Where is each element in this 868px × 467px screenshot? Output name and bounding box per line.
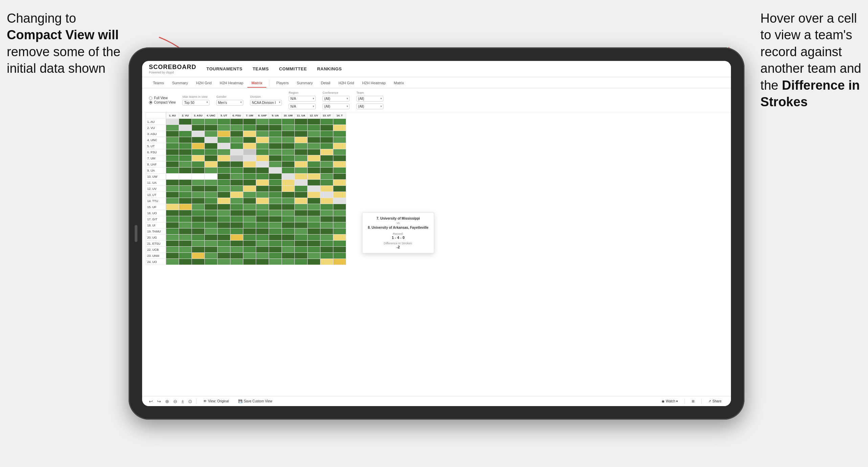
- matrix-cell[interactable]: [179, 149, 192, 155]
- matrix-cell[interactable]: [166, 168, 179, 174]
- filter-conference-select2[interactable]: (All): [322, 104, 350, 109]
- matrix-cell[interactable]: [308, 247, 320, 253]
- matrix-cell[interactable]: [295, 247, 308, 253]
- matrix-cell[interactable]: [333, 131, 346, 137]
- matrix-cell[interactable]: [230, 155, 243, 161]
- matrix-cell[interactable]: [295, 174, 308, 180]
- matrix-cell[interactable]: [308, 155, 320, 161]
- matrix-cell[interactable]: [333, 161, 346, 168]
- matrix-cell[interactable]: [243, 143, 256, 149]
- matrix-cell[interactable]: [282, 192, 295, 198]
- matrix-cell[interactable]: [205, 143, 218, 149]
- matrix-cell[interactable]: [218, 180, 230, 186]
- matrix-cell[interactable]: [192, 143, 205, 149]
- matrix-cell[interactable]: [320, 210, 333, 216]
- matrix-cell[interactable]: [269, 161, 282, 168]
- matrix-cell[interactable]: [179, 137, 192, 143]
- matrix-cell[interactable]: [243, 247, 256, 253]
- matrix-cell[interactable]: [256, 186, 269, 192]
- matrix-cell[interactable]: [269, 143, 282, 149]
- matrix-cell[interactable]: [192, 259, 205, 265]
- full-view-radio[interactable]: Full View: [149, 96, 176, 100]
- matrix-cell[interactable]: [295, 192, 308, 198]
- matrix-cell[interactable]: [256, 241, 269, 247]
- matrix-cell[interactable]: [218, 174, 230, 180]
- matrix-cell[interactable]: [166, 228, 179, 235]
- matrix-cell[interactable]: [205, 137, 218, 143]
- matrix-cell[interactable]: [243, 204, 256, 210]
- matrix-cell[interactable]: [179, 192, 192, 198]
- matrix-cell[interactable]: [256, 131, 269, 137]
- matrix-cell[interactable]: [320, 216, 333, 222]
- matrix-cell[interactable]: [243, 131, 256, 137]
- matrix-cell[interactable]: [269, 235, 282, 241]
- matrix-cell[interactable]: [192, 155, 205, 161]
- matrix-cell[interactable]: [166, 143, 179, 149]
- filter-team-select2[interactable]: (All): [356, 104, 383, 109]
- save-custom-view-button[interactable]: 💾 Save Custom View: [236, 398, 275, 404]
- matrix-cell[interactable]: [192, 198, 205, 204]
- matrix-cell[interactable]: [333, 228, 346, 235]
- matrix-cell[interactable]: [269, 155, 282, 161]
- matrix-cell[interactable]: [320, 168, 333, 174]
- matrix-cell[interactable]: [320, 180, 333, 186]
- matrix-cell[interactable]: [243, 137, 256, 143]
- matrix-cell[interactable]: [179, 119, 192, 125]
- filter-region-select2[interactable]: N/A: [289, 104, 316, 109]
- matrix-wrapper[interactable]: 1. AU 2. VU 3. ASU 4. UNC 5. UT 6. FSU 7…: [142, 112, 731, 396]
- refresh-icon[interactable]: ⊙: [188, 399, 192, 404]
- matrix-cell[interactable]: [308, 149, 320, 155]
- matrix-cell[interactable]: [282, 259, 295, 265]
- matrix-cell[interactable]: [333, 143, 346, 149]
- matrix-cell[interactable]: [308, 222, 320, 228]
- matrix-cell[interactable]: [218, 149, 230, 155]
- matrix-cell[interactable]: [243, 241, 256, 247]
- matrix-cell[interactable]: [179, 235, 192, 241]
- tab-h2h-heatmap1[interactable]: H2H Heatmap: [216, 79, 247, 88]
- matrix-cell[interactable]: [320, 204, 333, 210]
- matrix-cell[interactable]: [192, 247, 205, 253]
- matrix-cell[interactable]: [192, 125, 205, 131]
- matrix-cell[interactable]: [333, 235, 346, 241]
- matrix-cell[interactable]: [205, 168, 218, 174]
- filter-division-select[interactable]: NCAA Division I: [250, 100, 282, 106]
- compact-view-radio[interactable]: Compact View: [149, 101, 176, 104]
- matrix-cell[interactable]: [205, 210, 218, 216]
- matrix-cell[interactable]: [308, 192, 320, 198]
- matrix-cell[interactable]: [192, 204, 205, 210]
- matrix-cell[interactable]: [218, 222, 230, 228]
- matrix-cell[interactable]: [243, 168, 256, 174]
- matrix-cell[interactable]: [218, 155, 230, 161]
- matrix-cell[interactable]: [243, 259, 256, 265]
- tab-h2h-grid2[interactable]: H2H Grid: [334, 79, 358, 88]
- matrix-cell[interactable]: [166, 186, 179, 192]
- matrix-cell[interactable]: [295, 149, 308, 155]
- matrix-cell[interactable]: [320, 186, 333, 192]
- matrix-cell[interactable]: [282, 180, 295, 186]
- matrix-cell[interactable]: [179, 186, 192, 192]
- matrix-cell[interactable]: [166, 131, 179, 137]
- matrix-cell[interactable]: [282, 210, 295, 216]
- matrix-cell[interactable]: [269, 204, 282, 210]
- matrix-cell[interactable]: [243, 228, 256, 235]
- matrix-cell[interactable]: [192, 131, 205, 137]
- matrix-cell[interactable]: [256, 192, 269, 198]
- matrix-cell[interactable]: [218, 235, 230, 241]
- matrix-cell[interactable]: [230, 143, 243, 149]
- matrix-cell[interactable]: [166, 137, 179, 143]
- matrix-cell[interactable]: [269, 125, 282, 131]
- matrix-cell[interactable]: [282, 131, 295, 137]
- matrix-cell[interactable]: [282, 155, 295, 161]
- matrix-cell[interactable]: [256, 216, 269, 222]
- matrix-cell[interactable]: [230, 131, 243, 137]
- matrix-cell[interactable]: [269, 186, 282, 192]
- matrix-cell[interactable]: [192, 192, 205, 198]
- matrix-cell[interactable]: [320, 235, 333, 241]
- matrix-cell[interactable]: [218, 161, 230, 168]
- matrix-cell[interactable]: [320, 228, 333, 235]
- matrix-cell[interactable]: [243, 192, 256, 198]
- matrix-cell[interactable]: [282, 125, 295, 131]
- matrix-cell[interactable]: [230, 259, 243, 265]
- matrix-cell[interactable]: [179, 216, 192, 222]
- matrix-cell[interactable]: [218, 168, 230, 174]
